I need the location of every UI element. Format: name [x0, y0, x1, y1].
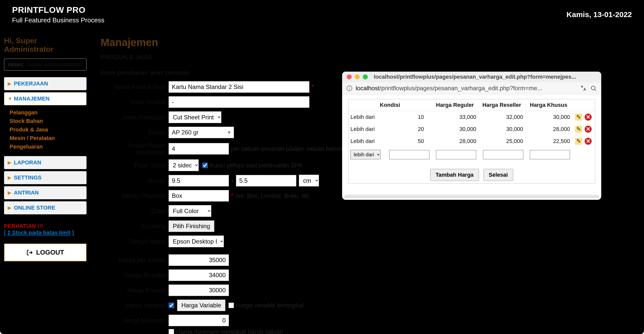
checkbox-harga-bertingkat[interactable]	[228, 303, 234, 308]
input-harga-satuan[interactable]	[169, 254, 229, 266]
select-bahan[interactable]: AP 260 gr ▾	[169, 127, 234, 138]
access-box: Akses: Super Administrator	[4, 59, 87, 71]
input-new-reseller[interactable]	[483, 150, 523, 159]
sidebar-item-laporan[interactable]: ▶ LAPORAN	[4, 156, 87, 169]
label-finishing: Finishing	[101, 223, 169, 230]
search-icon[interactable]	[590, 85, 597, 91]
input-jumlah[interactable]	[169, 143, 229, 155]
th-khusus: Harga Khusus	[525, 99, 572, 111]
sidebar-item-label: SETTINGS	[14, 174, 42, 181]
select-new-kondisi[interactable]: lebih dari	[350, 150, 381, 159]
cell-khusus: 30,000	[525, 111, 572, 123]
cell-qty: 20	[385, 123, 431, 135]
select-ukuran-unit[interactable]: cm	[299, 175, 319, 186]
chevron-right-icon: ▶	[8, 190, 11, 196]
input-nama[interactable]	[169, 81, 309, 93]
input-new-khusus[interactable]	[530, 150, 570, 159]
popup-window: localhost/printflowplus/pages/pesanan_va…	[342, 72, 601, 200]
alert-link[interactable]: 2 Stock pada batas limit	[7, 229, 70, 236]
harga-variable-button[interactable]: Harga Variable	[177, 300, 225, 311]
sidebar-item-pelanggan[interactable]: Pelanggan	[10, 108, 85, 117]
translate-icon[interactable]	[580, 85, 587, 91]
info-icon[interactable]: i	[347, 85, 352, 91]
sidebar-item-label: MANAJEMEN	[14, 96, 50, 102]
chevron-right-icon: ▶	[8, 205, 11, 211]
sidebar-item-mesin[interactable]: Mesin / Peralatan	[10, 134, 85, 142]
chevron-down-icon: ▼	[8, 96, 11, 102]
select-color[interactable]: Full Color	[169, 205, 211, 217]
cell-qty: 50	[385, 135, 431, 147]
checkbox-harga-variable[interactable]	[169, 303, 174, 308]
hint-jumlah: per satuan pesanan (dalam satuan bahan)	[231, 145, 345, 152]
select-default-mesin[interactable]: Epson Desktop Ink	[169, 235, 224, 247]
logout-button[interactable]: LOGOUT	[4, 244, 87, 261]
window-minimize-icon[interactable]	[355, 74, 360, 79]
input-ukuran-y[interactable]	[236, 175, 296, 186]
select-bahan-value: AP 260 gr	[172, 129, 198, 136]
input-new-reguler[interactable]	[436, 150, 476, 159]
input-ukuran-x[interactable]	[169, 175, 229, 186]
tambah-harga-button[interactable]: Tambah Harga	[430, 169, 479, 181]
popup-title: localhost/printflowplus/pages/pesanan_va…	[374, 74, 576, 80]
cell-kondisi: Lebih dari	[348, 135, 385, 147]
sidebar-item-produk-jasa[interactable]: Produk & Jasa	[10, 125, 85, 134]
edit-icon[interactable]: ✎	[575, 138, 582, 145]
window-close-icon[interactable]	[347, 74, 352, 79]
checkbox-harga-min-follow[interactable]	[169, 329, 174, 334]
select-page-sided[interactable]: 2 sided	[169, 159, 199, 171]
delete-icon[interactable]: ✕	[585, 126, 592, 133]
header-date: Kamis, 13-01-2022	[567, 10, 632, 19]
window-maximize-icon[interactable]	[363, 74, 368, 79]
label-jumlah: Jumlah Bahan dibutuhkan	[101, 142, 169, 156]
label-nama: Nama Produk/Jasa	[101, 83, 169, 90]
input-kode[interactable]	[169, 96, 309, 108]
label-color: Color	[101, 208, 169, 215]
th-reseller: Harga Reseller	[478, 99, 525, 111]
logout-icon	[26, 249, 33, 256]
pilih-finishing-button[interactable]: Pilih Finishing	[169, 220, 214, 232]
sidebar-item-stock-bahan[interactable]: Stock Bahan	[10, 117, 85, 125]
sidebar-item-manajemen[interactable]: ▼ MANAJEMEN	[4, 92, 87, 105]
cell-reguler: 28,000	[431, 135, 478, 147]
label-page-sided: Page Sided	[101, 162, 169, 169]
alert-bracket-open: [	[4, 229, 7, 236]
sidebar-item-label: ONLINE STORE	[14, 205, 55, 211]
label-kode: Kode Produk	[101, 99, 169, 106]
label-kunci-spk: Kunci pilihan saat pembuatan SPK	[210, 162, 303, 169]
svg-line-2	[594, 89, 596, 90]
input-harga-minimum[interactable]	[169, 315, 229, 326]
input-new-qty[interactable]	[389, 150, 429, 159]
brand-tagline: Full Featured Business Process	[12, 16, 104, 24]
popup-titlebar[interactable]: localhost/printflowplus/pages/pesanan_va…	[342, 72, 601, 82]
input-harga-khusus[interactable]	[169, 284, 229, 296]
delete-icon[interactable]: ✕	[585, 138, 592, 145]
label-default-mesin: Default Mesin	[101, 238, 169, 245]
sidebar-item-antrian[interactable]: ▶ ANTRIAN	[4, 186, 87, 199]
input-harga-reseller[interactable]	[169, 269, 229, 281]
popup-address-bar: i localhost/printflowplus/pages/pesanan_…	[342, 82, 601, 94]
price-table: Kondisi Harga Reguler Harga Reseller Har…	[348, 99, 595, 184]
sidebar-item-pekerjaan[interactable]: ▶ PEKERJAAN	[4, 77, 87, 90]
sidebar-item-label: ANTRIAN	[14, 189, 39, 196]
table-row-new: lebih dari	[348, 147, 595, 162]
checkbox-kunci-spk[interactable]	[202, 163, 208, 168]
hint-satuan: (ex: Box, Lembar, Buku, dll)	[235, 192, 309, 199]
sidebar: Hi, Super Administrator Akses: Super Adm…	[0, 29, 91, 334]
label-ukuran: Ukuran	[101, 177, 169, 184]
input-satuan[interactable]	[169, 190, 229, 202]
edit-icon[interactable]: ✎	[575, 126, 582, 133]
sidebar-item-settings[interactable]: ▶ SETTINGS	[4, 171, 87, 184]
sidebar-sublinks-manajemen: Pelanggan Stock Bahan Produk & Jasa Mesi…	[4, 105, 87, 154]
horizontal-scrollbar[interactable]	[344, 195, 599, 198]
th-reguler: Harga Reguler	[431, 99, 478, 111]
cell-reseller: 25,000	[478, 135, 525, 147]
sidebar-item-online-store[interactable]: ▶ ONLINE STORE	[4, 201, 87, 214]
sidebar-item-pengeluaran[interactable]: Pengeluaran	[10, 142, 85, 151]
sidebar-item-label: LAPORAN	[14, 159, 41, 166]
label-harga-satuan: Harga per satuan	[101, 257, 169, 264]
edit-icon[interactable]: ✎	[575, 114, 582, 121]
delete-icon[interactable]: ✕	[585, 114, 592, 121]
page-subtitle: PRODUK & JASA	[101, 54, 634, 61]
selesai-button[interactable]: Selesai	[484, 169, 513, 181]
select-jenis[interactable]: Cut Sheet Print	[169, 111, 221, 123]
